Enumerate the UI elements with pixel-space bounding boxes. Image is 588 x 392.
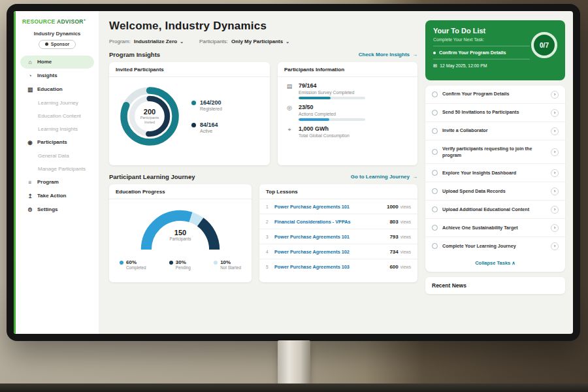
task-checkbox[interactable]: [432, 225, 438, 231]
sidebar-item-manage-participants[interactable]: Manage Participants: [20, 163, 94, 175]
brand-secondary: ADVISOR: [57, 18, 84, 25]
donut-value: 200: [144, 108, 155, 116]
lesson-link[interactable]: Financial Considerations - VPPAs: [274, 219, 389, 225]
invited-participants-card: Invited Participants 200 Partic: [109, 62, 270, 165]
participant-stat: ◎23/50Actions Completed: [286, 104, 410, 121]
task-label: Verify participants requesting to join t…: [442, 146, 546, 159]
lesson-link[interactable]: Power Purchase Agreements 101: [274, 204, 387, 210]
monitor: RESOURCE ADVISOR+ Industry Dynamics Spon…: [7, 4, 580, 341]
lesson-views: 600views: [389, 264, 411, 270]
participants-select[interactable]: Only My Participants ⌄: [231, 39, 289, 44]
lesson-link[interactable]: Power Purchase Agreements 102: [274, 249, 389, 255]
task-chevron-button[interactable]: ›: [551, 169, 559, 177]
legend-label: Registered: [200, 106, 222, 111]
sidebar-item-learning-journey[interactable]: Learning Journey: [20, 97, 94, 109]
check-more-insights-link[interactable]: Check More Insights →: [359, 52, 417, 57]
sidebar-item-label: Take Action: [37, 193, 66, 199]
sidebar-item-education-content[interactable]: Education Content: [20, 110, 94, 122]
sidebar-item-label: Learning Journey: [38, 100, 78, 106]
card-title: Participants Information: [278, 62, 417, 77]
sidebar-item-label: Settings: [37, 206, 58, 212]
participant-stat: ⌖1,000 GWhTotal Global Consumption: [286, 125, 410, 140]
sidebar-item-education[interactable]: ▥Education: [20, 83, 94, 96]
lesson-rank: 4: [266, 250, 274, 254]
task-checkbox[interactable]: [432, 110, 438, 116]
task-checkbox[interactable]: [432, 170, 438, 176]
task-label: Upload Additional Educational Content: [442, 206, 546, 213]
sidebar-item-insights[interactable]: ◔Insights: [20, 69, 94, 82]
task-checkbox[interactable]: [432, 91, 438, 97]
legend-text: 164/200Registered: [200, 99, 222, 111]
todo-task-row[interactable]: Confirm Your Program Details›: [425, 86, 565, 104]
sidebar-item-program[interactable]: ≡Program: [20, 176, 94, 189]
participants-information-card: Participants Information ▤79/164Emission…: [278, 62, 417, 165]
collapse-tasks-link[interactable]: Collapse Tasks ∧: [425, 255, 565, 272]
todo-task-row[interactable]: Upload Spend Data Records›: [425, 182, 565, 201]
go-to-learning-journey-link[interactable]: Go to Learning Journey →: [351, 174, 417, 180]
sponsor-badge[interactable]: Sponsor: [39, 40, 76, 49]
gauge-legend-item: 10%Not Started: [214, 259, 241, 270]
stat-progress-track: [299, 97, 365, 99]
legend-text: 60%Completed: [126, 259, 146, 270]
todo-task-row[interactable]: Explore Your Insights Dashboard›: [425, 164, 565, 182]
sidebar-item-participants[interactable]: ◉Participants: [20, 136, 94, 149]
legend-dot: [214, 261, 218, 265]
task-chevron-button[interactable]: ›: [551, 109, 559, 117]
sidebar-item-home[interactable]: ⌂Home: [20, 56, 94, 69]
task-chevron-button[interactable]: ›: [551, 91, 559, 99]
task-checkbox[interactable]: [432, 188, 438, 194]
task-chevron-button[interactable]: ›: [551, 127, 559, 135]
program-insights-header: Program Insights Check More Insights →: [109, 51, 417, 58]
task-label: Complete Your Learning Journey: [442, 243, 546, 250]
insights-icon: ◔: [27, 73, 33, 79]
legend-value: 60%: [126, 259, 146, 265]
filter-bar: Program: Industrialize Zero ⌄ Participan…: [109, 39, 417, 44]
sidebar-item-settings[interactable]: ⚙Settings: [20, 203, 94, 216]
section-title: Program Insights: [109, 51, 160, 58]
arrow-right-icon: →: [412, 52, 417, 57]
sidebar-item-learning-insights[interactable]: Learning Insights: [20, 123, 94, 135]
task-checkbox[interactable]: [432, 243, 438, 249]
lesson-views: 1000views: [387, 204, 411, 210]
todo-task-list: Confirm Your Program Details›Send 50 Inv…: [425, 86, 565, 255]
gauge-legend: 60%Completed30%Pending10%Not Started: [114, 256, 246, 270]
brand-primary: RESOURCE: [22, 18, 56, 25]
task-checkbox[interactable]: [432, 149, 438, 155]
todo-task-row[interactable]: Send 50 Invitations to Participants›: [425, 104, 565, 122]
todo-task-row[interactable]: Achieve One Sustainability Target›: [425, 219, 565, 237]
task-chevron-button[interactable]: ›: [551, 206, 559, 214]
lesson-views: 803views: [389, 219, 411, 225]
task-chevron-button[interactable]: ›: [551, 188, 559, 195]
task-chevron-button[interactable]: ›: [551, 148, 559, 156]
lesson-views: 793views: [389, 234, 411, 240]
sidebar-item-take-action[interactable]: ↥Take Action: [20, 189, 94, 203]
task-checkbox[interactable]: [432, 206, 438, 212]
todo-progress-value: 0/7: [540, 42, 549, 49]
todo-next-task[interactable]: Confirm Your Program Details: [433, 46, 530, 59]
lesson-link[interactable]: Power Purchase Agreements 103: [274, 264, 389, 270]
sidebar-item-general-data[interactable]: General Data: [20, 150, 94, 162]
chevron-up-icon: ∧: [512, 260, 515, 266]
legend-value: 164/200: [200, 99, 222, 106]
program-select[interactable]: Industrialize Zero ⌄: [134, 39, 184, 44]
participants-icon: ◉: [27, 139, 33, 146]
todo-task-row[interactable]: Upload Additional Educational Content›: [425, 201, 565, 219]
todo-task-row[interactable]: Verify participants requesting to join t…: [425, 140, 565, 164]
stat-value: 1,000 GWh: [299, 125, 350, 132]
legend-text: 84/164Active: [200, 122, 218, 133]
task-chevron-button[interactable]: ›: [551, 242, 559, 250]
section-title: Participant Learning Journey: [109, 173, 195, 180]
sidebar-item-label: Insights: [37, 73, 57, 78]
task-label: Upload Spend Data Records: [442, 188, 546, 195]
todo-task-row[interactable]: Complete Your Learning Journey›: [425, 237, 565, 255]
stat-progress-track: [299, 118, 365, 121]
task-checkbox[interactable]: [432, 128, 438, 134]
todo-task-row[interactable]: Invite a Collaborator›: [425, 122, 565, 140]
sidebar-item-label: Learning Insights: [38, 126, 78, 132]
lesson-rank: 1: [266, 204, 274, 209]
stat-content: 79/164Emission Survey Completed: [299, 82, 365, 99]
lesson-link[interactable]: Power Purchase Agreements 101: [274, 234, 389, 240]
task-chevron-button[interactable]: ›: [551, 224, 559, 232]
sidebar-item-label: Education Content: [38, 113, 81, 119]
donut-legend-item: 164/200Registered: [191, 99, 222, 111]
